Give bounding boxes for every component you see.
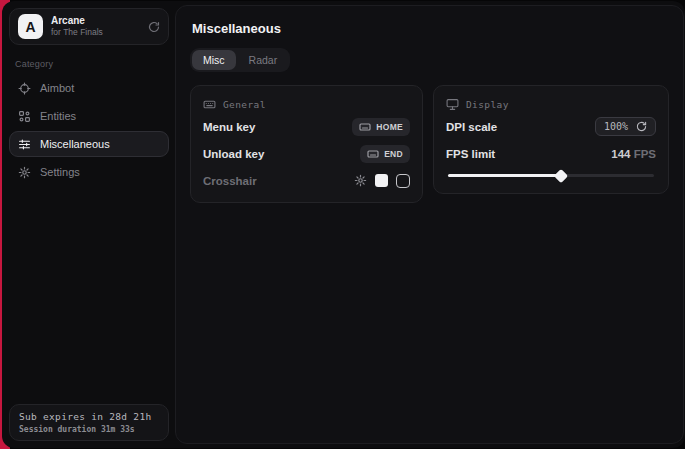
brand-card: A Arcane for The Finals xyxy=(9,8,169,45)
sub-expiry-text: Sub expires in 28d 21h xyxy=(19,411,159,422)
fps-unit: FPS xyxy=(630,148,656,160)
app-logo: A xyxy=(18,14,43,39)
crosshair-outline-swatch[interactable] xyxy=(396,174,410,188)
app-window: A Arcane for The Finals Category Aimbot xyxy=(2,1,685,448)
page-title: Miscellaneous xyxy=(192,21,669,36)
display-card: Display DPI scale 100% FPS limit xyxy=(433,85,669,194)
dpi-scale-row: DPI scale 100% xyxy=(446,115,656,138)
crosshair-settings-gear-icon[interactable] xyxy=(354,174,367,187)
sidebar-item-label: Miscellaneous xyxy=(40,138,110,150)
sidebar-nav: Aimbot Entities Miscellaneous xyxy=(9,75,169,185)
fps-slider-fill xyxy=(448,174,561,177)
tab-misc[interactable]: Misc xyxy=(192,50,236,70)
menu-key-value: HOME xyxy=(376,122,403,132)
sidebar-item-label: Aimbot xyxy=(40,82,74,94)
menu-key-bind-button[interactable]: HOME xyxy=(352,118,410,136)
display-card-title: Display xyxy=(466,99,509,110)
sidebar-item-aimbot[interactable]: Aimbot xyxy=(9,75,169,101)
sidebar-item-label: Entities xyxy=(40,110,76,122)
general-card-header: General xyxy=(203,98,410,111)
fps-slider-handle[interactable] xyxy=(554,168,568,182)
keyboard-icon xyxy=(359,121,371,133)
session-duration-text: Session duration 31m 33s xyxy=(19,425,159,434)
general-card: General Menu key HOME Unload key xyxy=(190,85,423,203)
unload-key-label: Unload key xyxy=(203,148,264,160)
unload-key-row: Unload key END xyxy=(203,142,410,165)
category-label: Category xyxy=(15,59,169,69)
main-panel: Miscellaneous Misc Radar General Menu ke… xyxy=(175,5,684,444)
menu-key-row: Menu key HOME xyxy=(203,115,410,138)
sidebar: A Arcane for The Finals Category Aimbot xyxy=(2,1,175,448)
fps-limit-label: FPS limit xyxy=(446,148,495,160)
sidebar-item-entities[interactable]: Entities xyxy=(9,103,169,129)
gear-icon xyxy=(18,166,31,179)
app-title: Arcane xyxy=(51,15,140,28)
sidebar-item-miscellaneous[interactable]: Miscellaneous xyxy=(9,131,169,157)
keyboard-icon xyxy=(367,148,379,160)
general-card-title: General xyxy=(223,99,266,110)
fps-limit-row: FPS limit 144 FPS xyxy=(446,142,656,165)
subscription-info-card: Sub expires in 28d 21h Session duration … xyxy=(9,404,169,441)
dpi-scale-button[interactable]: 100% xyxy=(595,117,656,136)
tab-radar[interactable]: Radar xyxy=(238,50,289,70)
refresh-icon[interactable] xyxy=(148,21,160,33)
app-subtitle: for The Finals xyxy=(51,27,140,38)
entities-icon xyxy=(18,110,31,123)
crosshair-label: Crosshair xyxy=(203,175,257,187)
crosshair-controls xyxy=(354,174,410,188)
dpi-scale-label: DPI scale xyxy=(446,121,497,133)
sliders-icon xyxy=(18,138,31,151)
unload-key-bind-button[interactable]: END xyxy=(360,145,410,163)
cycle-icon xyxy=(636,121,647,132)
dpi-scale-value: 100% xyxy=(604,121,628,132)
display-card-header: Display xyxy=(446,98,656,111)
unload-key-value: END xyxy=(384,149,403,159)
crosshair-row: Crosshair xyxy=(203,169,410,192)
sidebar-item-settings[interactable]: Settings xyxy=(9,159,169,185)
fps-limit-slider[interactable] xyxy=(448,174,654,177)
menu-key-label: Menu key xyxy=(203,121,255,133)
keyboard-icon xyxy=(203,98,216,111)
crosshair-icon xyxy=(18,82,31,95)
cards-row: General Menu key HOME Unload key xyxy=(190,85,669,203)
monitor-icon xyxy=(446,98,459,111)
fps-limit-value: 144 FPS xyxy=(611,148,656,160)
brand-text: Arcane for The Finals xyxy=(51,15,140,38)
sidebar-item-label: Settings xyxy=(40,166,80,178)
tab-bar: Misc Radar xyxy=(190,48,290,72)
crosshair-color-swatch[interactable] xyxy=(375,174,388,187)
